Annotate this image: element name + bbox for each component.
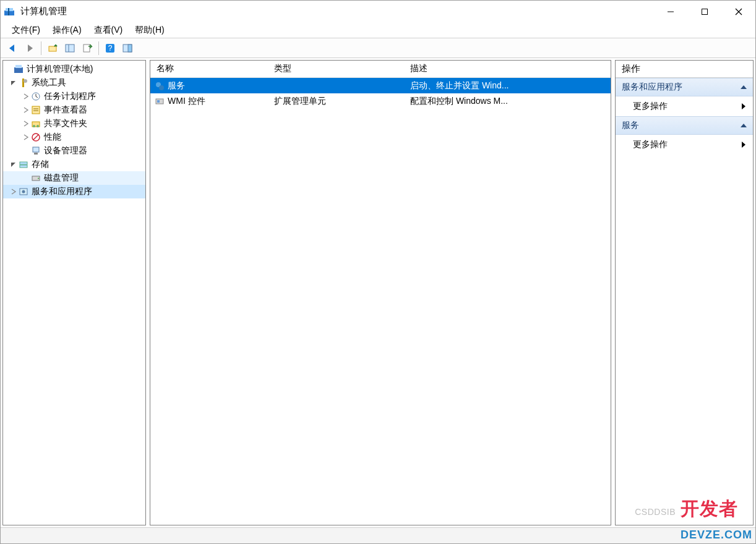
up-button[interactable]	[45, 40, 61, 56]
actions-item-more-actions[interactable]: 更多操作	[616, 135, 753, 155]
list-panel: 名称 类型 描述 服务 启动、终止并设置 Wind... WMI 控件 扩展管理…	[150, 60, 611, 525]
collapse-icon	[741, 124, 747, 127]
svg-rect-8	[66, 45, 74, 52]
actions-group-header-services-apps[interactable]: 服务和应用程序	[616, 78, 753, 96]
row-name: 服务	[168, 80, 185, 91]
toolbar-separator	[98, 41, 99, 55]
menu-view[interactable]: 查看(V)	[88, 23, 129, 37]
export-list-button[interactable]	[79, 40, 95, 56]
tree-disk-management[interactable]: 磁盘管理	[3, 171, 145, 185]
chevron-right-icon[interactable]	[22, 93, 30, 100]
tree-device-manager[interactable]: 设备管理器	[3, 144, 145, 158]
row-type: 扩展管理单元	[268, 95, 404, 108]
menubar: 文件(F) 操作(A) 查看(V) 帮助(H)	[1, 22, 755, 38]
scheduler-icon	[30, 91, 41, 102]
tree-label: 磁盘管理	[44, 172, 79, 184]
chevron-down-icon[interactable]	[9, 161, 18, 168]
tree-performance[interactable]: 性能	[3, 130, 145, 144]
toolbar: ?	[1, 38, 755, 58]
show-hide-console-tree-button[interactable]	[62, 40, 78, 56]
performance-icon	[30, 132, 41, 143]
svg-point-26	[33, 125, 35, 127]
svg-rect-15	[14, 67, 23, 73]
tree-label: 服务和应用程序	[32, 186, 92, 197]
column-header-name[interactable]: 名称	[150, 61, 268, 77]
minimize-button[interactable]	[653, 1, 687, 22]
tree-services-apps[interactable]: 服务和应用程序	[3, 185, 145, 198]
chevron-right-icon[interactable]	[22, 107, 30, 113]
svg-rect-2	[8, 8, 9, 15]
forward-button[interactable]	[22, 40, 38, 56]
app-icon	[4, 7, 14, 17]
svg-rect-22	[32, 106, 40, 114]
services-apps-icon	[18, 186, 29, 197]
chevron-down-icon[interactable]	[9, 80, 18, 86]
help-button[interactable]: ?	[102, 40, 118, 56]
svg-rect-7	[49, 46, 56, 51]
submenu-arrow-icon	[742, 142, 745, 148]
toolbar-separator	[41, 41, 41, 55]
column-header-type[interactable]: 类型	[268, 61, 404, 77]
svg-point-39	[159, 85, 164, 90]
svg-point-18	[24, 79, 27, 83]
back-button[interactable]	[4, 40, 20, 56]
main-area: 计算机管理(本地) 系统工具 任务计划程序 事件查看器 共享文件夹	[1, 58, 755, 527]
svg-rect-4	[702, 9, 707, 14]
group-header-label: 服务和应用程序	[622, 82, 682, 93]
shared-folders-icon	[30, 118, 41, 129]
tree-label: 设备管理器	[44, 145, 87, 156]
menu-action[interactable]: 操作(A)	[46, 23, 88, 37]
svg-rect-31	[34, 153, 38, 155]
row-type	[268, 85, 404, 87]
svg-rect-16	[15, 65, 22, 68]
tree-label: 系统工具	[32, 77, 66, 88]
actions-panel: 操作 服务和应用程序 更多操作 服务 更多操作	[615, 60, 754, 525]
tree-storage[interactable]: 存储	[3, 158, 145, 171]
actions-item-more-actions[interactable]: 更多操作	[616, 96, 753, 116]
row-desc: 配置和控制 Windows M...	[404, 95, 611, 108]
show-hide-action-pane-button[interactable]	[119, 40, 135, 56]
chevron-right-icon[interactable]	[22, 121, 30, 127]
svg-rect-32	[20, 162, 27, 164]
list-row-services[interactable]: 服务 启动、终止并设置 Wind...	[150, 78, 611, 93]
menu-file[interactable]: 文件(F)	[6, 23, 46, 37]
event-viewer-icon	[30, 104, 41, 116]
list-row-wmi[interactable]: WMI 控件 扩展管理单元 配置和控制 Windows M...	[150, 93, 611, 109]
tree-task-scheduler[interactable]: 任务计划程序	[3, 90, 145, 103]
column-header-desc[interactable]: 描述	[404, 61, 611, 77]
menu-help[interactable]: 帮助(H)	[129, 23, 170, 37]
device-manager-icon	[30, 145, 41, 156]
chevron-right-icon[interactable]	[9, 189, 18, 195]
group-header-label: 服务	[622, 120, 639, 131]
svg-rect-14	[128, 45, 132, 52]
tree-label: 事件查看器	[44, 104, 87, 116]
tree-label: 共享文件夹	[44, 118, 87, 129]
action-item-label: 更多操作	[633, 101, 668, 112]
row-desc: 启动、终止并设置 Wind...	[404, 79, 611, 93]
chevron-right-icon[interactable]	[22, 134, 30, 140]
window-title: 计算机管理	[20, 6, 67, 17]
action-item-label: 更多操作	[633, 139, 668, 150]
close-button[interactable]	[721, 1, 755, 22]
actions-group-header-services[interactable]: 服务	[616, 116, 753, 135]
wmi-icon	[154, 96, 165, 107]
disk-management-icon	[30, 172, 41, 184]
svg-point-35	[38, 178, 39, 179]
tree-panel: 计算机管理(本地) 系统工具 任务计划程序 事件查看器 共享文件夹	[2, 60, 146, 525]
svg-rect-30	[33, 147, 39, 152]
tree-event-viewer[interactable]: 事件查看器	[3, 103, 145, 117]
maximize-button[interactable]	[687, 1, 721, 22]
titlebar: 计算机管理	[1, 1, 755, 22]
tree-root[interactable]: 计算机管理(本地)	[3, 62, 145, 76]
tree-label: 任务计划程序	[44, 91, 96, 102]
svg-rect-17	[22, 79, 24, 87]
svg-rect-33	[20, 165, 27, 168]
tree-label: 性能	[44, 132, 61, 143]
tree-label: 存储	[32, 159, 49, 170]
tree-shared-folders[interactable]: 共享文件夹	[3, 117, 145, 130]
svg-line-29	[33, 135, 38, 140]
computer-management-icon	[13, 64, 24, 75]
tree-label: 计算机管理(本地)	[27, 64, 93, 75]
actions-panel-title: 操作	[616, 61, 753, 78]
tree-system-tools[interactable]: 系统工具	[3, 76, 145, 90]
